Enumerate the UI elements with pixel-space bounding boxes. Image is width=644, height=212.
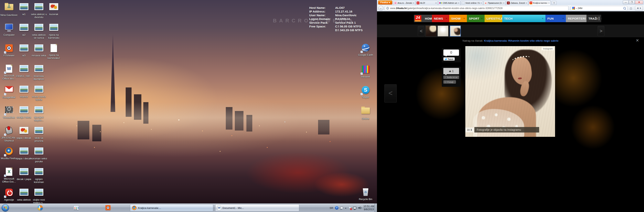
desktop-icon-decak-i-papa[interactable]: decak i papa [15, 167, 32, 180]
desktop-icon-microsoft-office-exc[interactable]: X↗Microsoft Office Exc... [0, 167, 18, 183]
tab-close-icon[interactable]: ✕ [503, 2, 504, 4]
desktop-icon-papa-i-decak[interactable]: papa i decak [15, 126, 32, 139]
desktop-icon-papa-i-decak[interactable]: papa i decak [15, 147, 32, 160]
desktop-icon-seka-aleksic-se-sunca[interactable]: seka aleksic se sunca [30, 23, 48, 39]
desktop-icon-seka-aleksic[interactable]: seka aleksic [15, 188, 32, 201]
search-engine-dropdown[interactable]: ▾ [576, 8, 577, 9]
nav-item-lifestyle[interactable]: LIFESTYLE [484, 15, 502, 22]
tab-close-icon[interactable]: ✕ [526, 2, 527, 4]
desktop-icon-stojke-nosi-majicu-s[interactable]: stojke nosi majicu s... [30, 188, 48, 204]
desktop-icon-agencije[interactable]: ↗Agencije [0, 188, 18, 201]
gallery-thumbnail-1[interactable] [426, 26, 436, 36]
new-tab-button[interactable]: + [552, 1, 557, 5]
window-arrow-tray-icon[interactable] [340, 207, 343, 209]
desktop-icon-w3[interactable]: w3 [15, 44, 32, 57]
volume-tray-icon[interactable] [358, 206, 362, 209]
desktop-icon-rijana-na-karnevalu2[interactable]: rijana na karnevalu2 [45, 44, 62, 60]
tab-close-icon[interactable]: ✕ [548, 2, 550, 4]
desktop-icon-branislav-djurdjevic[interactable]: branislav djurdjevic [30, 64, 48, 80]
facebook-like-button[interactable]: ✔ Sviđa mi se [443, 76, 459, 79]
desktop-icon-mozilla-firefox[interactable]: ↗Mozilla Firefox [0, 147, 18, 160]
gallery-thumbnail-3-selected[interactable] [450, 26, 461, 36]
show-hidden-icons[interactable]: ▲ [345, 207, 347, 209]
show-desktop-button[interactable] [374, 204, 377, 212]
desktop-icon-googlemail[interactable]: ↗GoogleMail [0, 85, 18, 99]
taskbar-task-firefox[interactable]: Kraljica karnevala:... [130, 204, 213, 212]
nav-item-home[interactable]: HOME [422, 15, 432, 22]
url-bar[interactable]: www.24sata.hr/galerija/show/kraljica-kar… [385, 6, 568, 10]
browser-tab-2[interactable]: A!ALO!✕ [416, 0, 438, 5]
tab-close-icon[interactable]: ✕ [480, 2, 482, 4]
desktop-icon-skype[interactable]: S↗Skype [357, 86, 374, 98]
search-magnifier-icon[interactable] [624, 7, 626, 10]
taskbar-clock[interactable]: 10:51 AM 8/6/2013 [364, 205, 374, 211]
desktop-icon-computer[interactable]: Computer [0, 23, 18, 36]
start-button[interactable] [2, 204, 9, 212]
desktop-icon-kucerak[interactable]: kucerak [45, 2, 62, 16]
desktop-icon-online[interactable]: Online [357, 106, 374, 120]
help-tray-icon[interactable]: ? [335, 206, 338, 210]
desktop-icon-w2[interactable]: w2 [15, 23, 32, 36]
close-button[interactable]: ✕ [635, 0, 643, 4]
desktop-icon-koroman-seksi-poruke[interactable]: koroman seksi poruke [30, 147, 48, 163]
nav-item-reporteri[interactable]: REPORTERI [566, 15, 586, 22]
browser-tab-5[interactable]: MПримљене (3.019) -...✕ [484, 0, 506, 5]
browser-tab-6[interactable]: SZabava. Zvezde, tra...✕ [506, 0, 528, 5]
desktop-icon-nina-gavrilovic[interactable]: Nina Gavrilovic [0, 2, 18, 16]
desktop-icon-virtualdub[interactable]: ↗VirtualDub [0, 106, 18, 119]
desktop-icon-intranet[interactable]: ↗Intranet [357, 65, 374, 78]
browser-tab-4[interactable]: Vesti online / Scena ...✕ [461, 0, 483, 5]
taskbar-pin-media-player[interactable] [36, 205, 44, 211]
desktop-icon-soraja-i-deca[interactable]: soraja i deca [15, 106, 32, 119]
desktop-icon-skok-sa-prozora[interactable]: skok sa prozora [30, 126, 48, 142]
gallery-photo[interactable]: Instagram 3 / 3 Fotografije je objavila … [465, 46, 555, 137]
taskbar-pin-faststone[interactable] [104, 205, 112, 211]
gallery-prev-button[interactable]: < [384, 84, 396, 102]
close-gallery-icon[interactable]: ✕ [636, 38, 639, 43]
desktop-icon-recycle-bin[interactable]: Recycle Bin [357, 188, 374, 200]
search-bar[interactable]: ▾ 24hr [571, 6, 627, 10]
tweet-button[interactable]: Tweet [443, 57, 455, 61]
nav-item-tech[interactable]: TECH [502, 15, 546, 22]
language-indicator[interactable]: SR [330, 206, 333, 210]
gallery-thumbnail-2[interactable] [438, 26, 448, 36]
firefox-menu-button[interactable]: Firefox ▾ [378, 0, 392, 4]
thumbnails-prev-button[interactable]: < [418, 26, 424, 36]
desktop-icon-motor-darka-lazica[interactable]: motor darka lazica [30, 85, 48, 101]
desktop-icon-rijana-na-karnevalu[interactable]: rijana na karnevalu [45, 23, 62, 39]
desktop-icon-google-earth[interactable]: ↗Google Earth [357, 43, 374, 56]
nav-item-sport[interactable]: SPORT [467, 15, 484, 22]
nav-item-fun[interactable]: FUN [546, 15, 566, 22]
restore-button[interactable]: ❐ [629, 0, 635, 4]
bookmarks-button[interactable]: ★ ▾ [635, 6, 643, 10]
network-tray-icon[interactable] [353, 207, 356, 209]
nav-item-trai[interactable]: TRAŽI [586, 15, 601, 22]
facebook-send-button[interactable]: Pošalji [443, 80, 456, 84]
tab-close-icon[interactable]: ✕ [413, 2, 414, 4]
desktop-icon-230451-040[interactable]: 230451_040... [15, 64, 32, 78]
desktop-icon-mrsava-seka[interactable]: mrsava seka [30, 44, 48, 57]
action-center-flag-icon[interactable]: ⚑ [348, 206, 351, 210]
desktop-icon-ognjen-koroman[interactable]: ognjen koroman [30, 167, 48, 184]
desktop-icon-microsoft-office-wo[interactable]: W↗Microsoft Office Wo... [0, 64, 18, 80]
desktop-icon-fsviewer[interactable]: ↗FSViewer [0, 44, 18, 57]
desktop-icon-seka-aleksic-u-dvoristu[interactable]: seka aleksic u dvoristu [30, 2, 48, 19]
desktop-icon-w1[interactable]: w1 [15, 2, 32, 16]
thumbnails-next-button[interactable]: > [598, 26, 604, 36]
back-to-article-link[interactable]: Kraljica karnevala: Rihannin kostim više… [484, 39, 558, 42]
tab-close-icon[interactable]: ✕ [458, 2, 460, 4]
home-button[interactable]: ⌂ [630, 6, 632, 10]
nav-item-news[interactable]: NEWS [432, 15, 449, 22]
taskbar-pin-app-window[interactable] [72, 205, 80, 211]
back-button[interactable]: ← [378, 6, 384, 11]
browser-tab-7-active[interactable]: 24Kraljica karnevala: R...✕ [528, 0, 551, 5]
tab-close-icon[interactable]: ✕ [435, 2, 437, 4]
nav-item-show[interactable]: SHOW [449, 15, 467, 22]
desktop-icon-mamut[interactable]: mamut [15, 85, 32, 98]
browser-tab-3[interactable]: CMS Admin unos v...✕ [438, 0, 460, 5]
desktop-icon-jpegscan-shortcut[interactable]: ↗JPEGSCAN - Shortcut [0, 126, 18, 142]
browser-tab-1[interactable]: aAna.rs - Zenski foru...✕ [393, 0, 415, 5]
taskbar-task-word[interactable]: W Document1 - Mic... [215, 204, 299, 212]
minimize-button[interactable]: — [623, 0, 629, 4]
desktop-icon-djurdjevi-stupov[interactable]: djurdjevi stupov... [30, 106, 48, 122]
